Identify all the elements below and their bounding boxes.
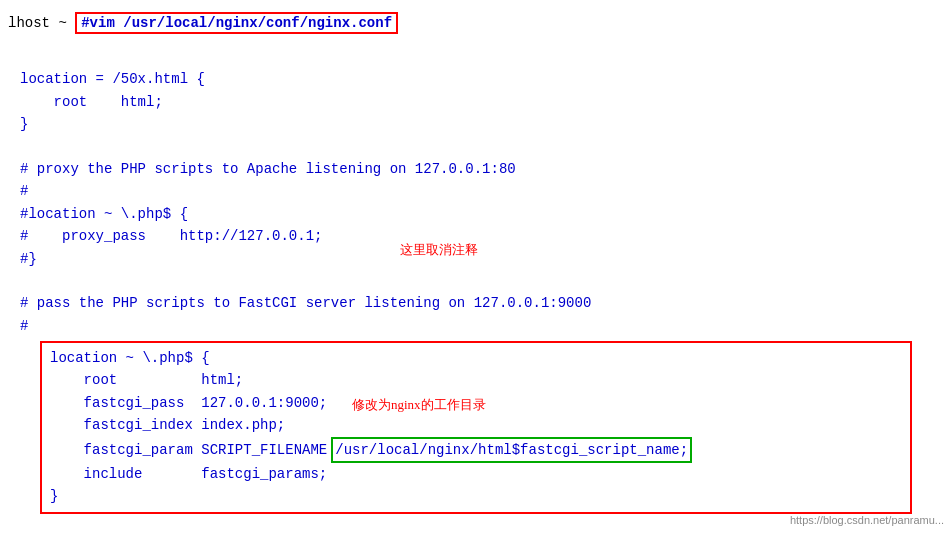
section-line-include: include fastcgi_params; bbox=[50, 463, 902, 485]
empty-line-1 bbox=[20, 46, 932, 68]
empty-line-2 bbox=[20, 136, 932, 158]
section-line-root: root html; bbox=[50, 369, 902, 391]
fastcgi-param-name: SCRIPT_FILENAME bbox=[193, 439, 327, 461]
fastcgi-index-key: fastcgi_index bbox=[50, 414, 193, 436]
vim-command: #vim /usr/local/nginx/conf/nginx.conf bbox=[75, 12, 398, 34]
annotation-modify: 修改为nginx的工作目录 bbox=[352, 395, 486, 416]
watermark: https://blog.csdn.net/panramu... bbox=[790, 514, 944, 526]
include-key: include bbox=[50, 463, 142, 485]
code-line-location50x: location = /50x.html { bbox=[20, 68, 932, 90]
top-bar: lhost ~ #vim /usr/local/nginx/conf/nginx… bbox=[0, 8, 952, 42]
fastcgi-pass-val: 127.0.0.1:9000; bbox=[184, 392, 327, 414]
terminal-window: lhost ~ #vim /usr/local/nginx/conf/nginx… bbox=[0, 0, 952, 530]
section-line-fastcgi-index: fastcgi_index index.php; bbox=[50, 414, 902, 436]
comment-fastcgi-header: # pass the PHP scripts to FastCGI server… bbox=[20, 292, 932, 314]
code-line-brace1: } bbox=[20, 113, 932, 135]
annotation-cancel: 这里取消注释 bbox=[400, 240, 478, 261]
comment-hash1: # bbox=[20, 180, 932, 202]
code-line-root: root html; bbox=[20, 91, 932, 113]
fastcgi-param-value-highlight: /usr/local/nginx/html$fastcgi_script_nam… bbox=[331, 437, 692, 463]
comment-proxy1: # proxy the PHP scripts to Apache listen… bbox=[20, 158, 932, 180]
section-closing-brace: } bbox=[50, 485, 902, 507]
fastcgi-index-val: index.php; bbox=[193, 414, 285, 436]
section-line-fastcgi-param: fastcgi_param SCRIPT_FILENAME /usr/local… bbox=[50, 437, 902, 463]
include-val: fastcgi_params; bbox=[142, 463, 327, 485]
section-box-location-php: 修改为nginx的工作目录 location ~ \.php$ { root h… bbox=[40, 341, 912, 514]
comment-hash2: # bbox=[20, 315, 932, 337]
root-val: html; bbox=[117, 369, 243, 391]
fastcgi-pass-key: fastcgi_pass bbox=[50, 392, 184, 414]
section-line-location: location ~ \.php$ { bbox=[50, 347, 902, 369]
code-area: location = /50x.html { root html; } # pr… bbox=[0, 42, 952, 522]
empty-line-3 bbox=[20, 270, 932, 292]
comment-location-php: #location ~ \.php$ { bbox=[20, 203, 932, 225]
prompt-host: lhost ~ bbox=[8, 15, 67, 31]
fastcgi-param-key: fastcgi_param bbox=[50, 439, 193, 461]
root-key: root bbox=[50, 369, 117, 391]
